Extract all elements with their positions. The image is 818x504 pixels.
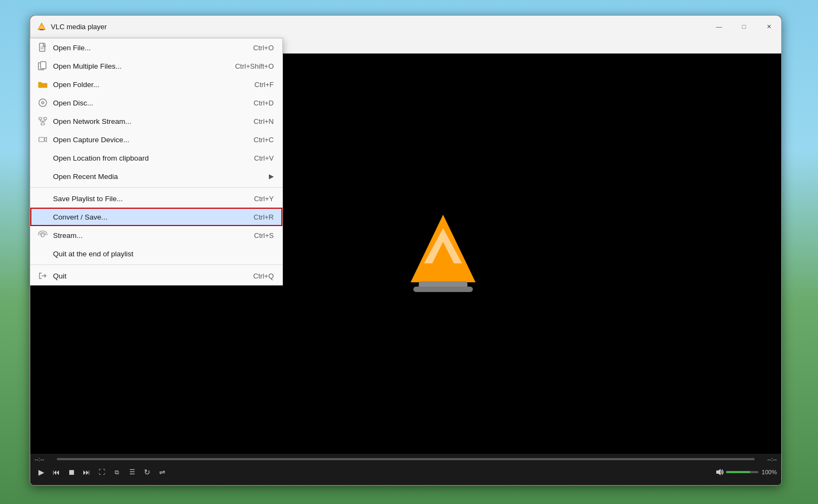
svg-point-14 [39, 99, 47, 107]
menu-open-recent[interactable]: Open Recent Media ▶ [30, 167, 282, 185]
menu-open-network[interactable]: Open Network Stream... Ctrl+N [30, 112, 282, 130]
open-file-icon [37, 42, 49, 54]
quit-shortcut: Ctrl+Q [253, 272, 274, 280]
menu-convert-save[interactable]: Convert / Save... Ctrl+R [30, 208, 282, 226]
svg-rect-17 [44, 117, 47, 120]
save-playlist-label: Save Playlist to File... [53, 195, 243, 203]
close-button[interactable]: ✕ [756, 16, 781, 37]
open-recent-arrow: ▶ [269, 173, 274, 180]
open-network-label: Open Network Stream... [53, 117, 243, 125]
media-dropdown-menu: Open File... Ctrl+O Open Multiple Files.… [30, 38, 283, 286]
svg-marker-8 [716, 469, 721, 475]
open-clipboard-icon [37, 152, 49, 164]
stop-button[interactable]: ⏹ [65, 466, 78, 479]
open-disc-shortcut: Ctrl+D [254, 99, 274, 107]
menu-open-folder[interactable]: Open Folder... Ctrl+F [30, 75, 282, 94]
open-disc-label: Open Disc... [53, 99, 243, 107]
menu-open-multiple[interactable]: Open Multiple Files... Ctrl+Shift+O [30, 57, 282, 75]
menu-open-capture[interactable]: Open Capture Device... Ctrl+C [30, 130, 282, 149]
open-capture-shortcut: Ctrl+C [254, 136, 274, 144]
save-playlist-shortcut: Ctrl+Y [254, 195, 274, 203]
time-total: --:-- [758, 456, 777, 462]
svg-point-25 [41, 234, 44, 237]
open-network-icon [37, 115, 49, 127]
svg-rect-16 [39, 117, 42, 120]
open-clipboard-shortcut: Ctrl+V [254, 154, 274, 162]
prev-button[interactable]: ⏮ [50, 466, 63, 479]
svg-rect-13 [41, 62, 46, 69]
menu-save-playlist[interactable]: Save Playlist to File... Ctrl+Y [30, 189, 282, 208]
open-multiple-label: Open Multiple Files... [53, 62, 224, 70]
playlist-button[interactable]: ☰ [126, 466, 138, 479]
open-folder-label: Open Folder... [53, 81, 243, 89]
convert-save-label: Convert / Save... [53, 213, 243, 221]
volume-fill [726, 471, 750, 473]
volume-percent: 100% [762, 469, 777, 475]
ext-button[interactable]: ⧉ [110, 466, 123, 479]
menu-open-clipboard[interactable]: Open Location from clipboard Ctrl+V [30, 149, 282, 167]
loop-button[interactable]: ↻ [141, 466, 154, 479]
open-file-label: Open File... [53, 44, 242, 52]
open-folder-shortcut: Ctrl+F [254, 81, 274, 89]
vlc-title-icon [37, 22, 47, 31]
stream-icon [37, 229, 49, 241]
separator-2 [30, 264, 282, 265]
menu-quit-end[interactable]: Quit at the end of playlist [30, 244, 282, 263]
open-recent-icon [37, 170, 49, 182]
svg-rect-23 [39, 137, 44, 142]
minimize-button[interactable]: — [707, 16, 731, 37]
progress-bar[interactable] [57, 458, 755, 460]
open-network-shortcut: Ctrl+N [254, 117, 274, 125]
window-title: VLC media player [51, 23, 107, 31]
stream-shortcut: Ctrl+S [254, 231, 274, 240]
maximize-button[interactable]: □ [731, 16, 756, 37]
open-recent-label: Open Recent Media [53, 173, 265, 181]
open-multiple-icon [37, 60, 49, 72]
menu-open-disc[interactable]: Open Disc... Ctrl+D [30, 94, 282, 112]
svg-rect-7 [413, 287, 473, 292]
quit-icon [37, 270, 49, 282]
save-playlist-icon [37, 193, 49, 204]
time-elapsed: --:-- [35, 456, 54, 462]
convert-save-shortcut: Ctrl+R [254, 213, 274, 221]
fullscreen-button[interactable]: ⛶ [95, 466, 108, 479]
open-multiple-shortcut: Ctrl+Shift+O [235, 62, 274, 70]
open-file-shortcut: Ctrl+O [253, 44, 274, 52]
controls-row: ▶ ⏮ ⏹ ⏭ ⛶ ⧉ ☰ ↻ ⇌ 100% [35, 466, 777, 479]
vlc-logo [408, 212, 478, 295]
separator-1 [30, 187, 282, 188]
volume-bar[interactable] [726, 471, 758, 473]
quit-end-icon [37, 248, 49, 260]
open-disc-icon [37, 97, 49, 109]
svg-point-15 [42, 102, 44, 104]
svg-marker-24 [44, 137, 47, 142]
svg-rect-2 [39, 29, 44, 30]
shuffle-button[interactable]: ⇌ [156, 466, 169, 479]
bottom-controls: --:-- --:-- ▶ ⏮ ⏹ ⏭ ⛶ ⧉ ☰ ↻ ⇌ [30, 454, 781, 485]
convert-save-icon [37, 211, 49, 223]
quit-end-label: Quit at the end of playlist [53, 250, 274, 258]
progress-row: --:-- --:-- [35, 456, 777, 462]
open-clipboard-label: Open Location from clipboard [53, 154, 243, 162]
title-bar-controls: — □ ✕ [707, 16, 781, 37]
menu-open-file[interactable]: Open File... Ctrl+O [30, 38, 282, 57]
play-button[interactable]: ▶ [35, 466, 48, 479]
open-capture-label: Open Capture Device... [53, 136, 243, 144]
open-folder-icon [37, 78, 49, 90]
next-button[interactable]: ⏭ [80, 466, 93, 479]
volume-icon [715, 468, 724, 476]
title-bar: VLC media player — □ ✕ [30, 16, 781, 37]
menu-stream[interactable]: Stream... Ctrl+S [30, 226, 282, 244]
quit-label: Quit [53, 272, 242, 280]
svg-rect-18 [41, 123, 44, 125]
stream-label: Stream... [53, 231, 243, 240]
open-capture-icon [37, 134, 49, 145]
menu-quit[interactable]: Quit Ctrl+Q [30, 267, 282, 285]
